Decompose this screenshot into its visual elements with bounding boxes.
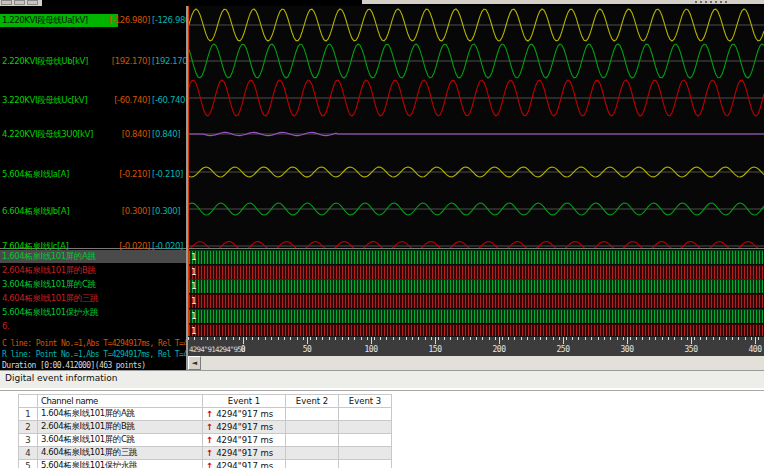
digital-channel-label[interactable]: 2.604柘泉Ⅰ线101屏的B跳 bbox=[0, 264, 186, 277]
event-time: 4294"917 ms bbox=[216, 461, 273, 468]
channel-name-cell: 3.604柘泉Ⅰ线101屏的C跳 bbox=[38, 434, 203, 447]
axis-minor-tick bbox=[630, 337, 631, 340]
row-number-cell: 3 bbox=[19, 434, 38, 447]
event-row[interactable]: 55.604柘泉Ⅰ线101保护永跳↑4294"917 ms bbox=[19, 460, 392, 468]
axis-minor-tick bbox=[751, 337, 752, 340]
status-c-line: C line: Point No.=1,Abs T=4294917ms, Rel… bbox=[2, 338, 186, 349]
axis-minor-tick bbox=[623, 337, 624, 340]
axis-tick-label: 50 bbox=[303, 345, 312, 354]
axis-minor-tick bbox=[559, 337, 560, 340]
event-table: Channel name Event 1 Event 2 Event 3 11.… bbox=[18, 394, 392, 468]
analog-channel-row[interactable]: 4.220KVⅠ段母线3U0[kV][0.840][0.840] bbox=[0, 128, 186, 141]
axis-minor-tick bbox=[233, 337, 234, 340]
axis-minor-tick bbox=[758, 337, 759, 340]
axis-major-tick bbox=[307, 337, 308, 344]
axis-minor-tick bbox=[412, 337, 413, 340]
axis-minor-tick bbox=[297, 337, 298, 340]
axis-minor-tick bbox=[681, 337, 682, 340]
row-number-cell: 5 bbox=[19, 460, 38, 468]
axis-minor-tick bbox=[514, 337, 515, 340]
axis-minor-tick bbox=[380, 337, 381, 340]
axis-minor-tick bbox=[316, 337, 317, 340]
event3-cell bbox=[339, 434, 392, 447]
axis-minor-tick bbox=[406, 337, 407, 340]
horizontal-scrollbar[interactable]: ◄ bbox=[188, 356, 764, 370]
digital-channel-label[interactable]: 5.604柘泉Ⅰ线101保护永跳 bbox=[0, 306, 186, 319]
status-r-line: R line: Point No.=1,Abs T=4294917ms, Rel… bbox=[2, 349, 186, 360]
event-row[interactable]: 11.604柘泉Ⅰ线101屏的A跳↑4294"917 ms bbox=[19, 408, 392, 421]
axis-minor-tick bbox=[463, 337, 464, 340]
toolbar-button[interactable] bbox=[14, 0, 25, 5]
axis-minor-tick bbox=[265, 337, 266, 340]
channel-name: 1.220KVⅠ段母线Ua[kV] bbox=[2, 14, 112, 27]
event-title-strip: Digital event information bbox=[0, 371, 764, 388]
event3-cell bbox=[339, 408, 392, 421]
axis-minor-tick bbox=[438, 337, 439, 340]
digital-channel-label[interactable]: 6. bbox=[0, 320, 186, 333]
analog-channel-row[interactable]: 3.220KVⅠ段母线Uc[kV][-60.740][-60.740] bbox=[0, 94, 186, 107]
channel-name-cell: 4.604柘泉Ⅰ线101屏的三跳 bbox=[38, 447, 203, 460]
axis-minor-tick bbox=[220, 337, 221, 340]
axis-major-tick bbox=[627, 337, 628, 344]
cursor-line[interactable] bbox=[188, 6, 189, 336]
event2-cell bbox=[286, 421, 339, 434]
event2-cell bbox=[286, 460, 339, 468]
axis-tick-label: 250 bbox=[557, 345, 570, 354]
digital-channel-label[interactable]: 1.604柘泉Ⅰ线101屏的A跳 bbox=[0, 250, 186, 263]
row-number-cell: 4 bbox=[19, 447, 38, 460]
axis-tick-label: 400 bbox=[749, 345, 762, 354]
axis-minor-tick bbox=[553, 337, 554, 340]
axis-minor-tick bbox=[457, 337, 458, 340]
channel-c-value: [0.840] bbox=[108, 128, 150, 141]
axis-tick-label: 0 bbox=[241, 345, 245, 354]
waveform-area[interactable]: 111111 4294"914294"950 05010015020025030… bbox=[188, 6, 764, 370]
channel-r-value: [0.300] bbox=[152, 205, 186, 218]
column-header-channel: Channel name bbox=[38, 395, 203, 408]
axis-minor-tick bbox=[636, 337, 637, 340]
channel-name-cell: 1.604柘泉Ⅰ线101屏的A跳 bbox=[38, 408, 203, 421]
scroll-left-button[interactable]: ◄ bbox=[188, 356, 201, 370]
axis-minor-tick bbox=[706, 337, 707, 340]
axis-minor-tick bbox=[534, 337, 535, 340]
axis-minor-tick bbox=[668, 337, 669, 340]
axis-minor-tick bbox=[476, 337, 477, 340]
event3-cell bbox=[339, 447, 392, 460]
digital-channel-label[interactable]: 3.604柘泉Ⅰ线101屏的C跳 bbox=[0, 278, 186, 291]
digital-bar-state: 1 bbox=[191, 310, 196, 323]
toolbar-button[interactable] bbox=[1, 0, 12, 5]
event-row[interactable]: 44.604柘泉Ⅰ线101屏的三跳↑4294"917 ms bbox=[19, 447, 392, 460]
channel-c-value: [-60.740] bbox=[108, 94, 150, 107]
axis-minor-tick bbox=[700, 337, 701, 340]
axis-major-tick bbox=[435, 337, 436, 344]
axis-minor-tick bbox=[726, 337, 727, 340]
analog-digital-divider bbox=[188, 248, 764, 249]
axis-minor-tick bbox=[444, 337, 445, 340]
axis-minor-tick bbox=[610, 337, 611, 340]
toolbar-button[interactable] bbox=[27, 0, 38, 5]
axis-minor-tick bbox=[201, 337, 202, 340]
waveform-canvas[interactable] bbox=[188, 6, 764, 248]
axis-minor-tick bbox=[489, 337, 490, 340]
axis-minor-tick bbox=[386, 337, 387, 340]
axis-minor-tick bbox=[252, 337, 253, 340]
analog-channel-row[interactable]: 5.604柘泉Ⅰ线Ia[A][-0.210][-0.210] bbox=[0, 168, 186, 181]
event-row[interactable]: 22.604柘泉Ⅰ线101屏的B跳↑4294"917 ms bbox=[19, 421, 392, 434]
axis-minor-tick bbox=[495, 337, 496, 340]
axis-minor-tick bbox=[226, 337, 227, 340]
scrollbar-track[interactable] bbox=[201, 356, 764, 370]
axis-minor-tick bbox=[348, 337, 349, 340]
channel-r-value: [192.170] bbox=[152, 55, 186, 68]
event-rise-icon: ↑ bbox=[206, 422, 213, 432]
analog-channel-row[interactable]: 2.220KVⅠ段母线Ub[kV][192.170][192.170] bbox=[0, 55, 186, 68]
event-row[interactable]: 33.604柘泉Ⅰ线101屏的C跳↑4294"917 ms bbox=[19, 434, 392, 447]
section-separator bbox=[0, 390, 764, 391]
event2-cell bbox=[286, 434, 339, 447]
analog-channel-row[interactable]: 1.220KVⅠ段母线Ua[kV][-126.980][-126.980] bbox=[0, 14, 186, 27]
digital-channel-label[interactable]: 4.604柘泉Ⅰ线101屏的三跳 bbox=[0, 292, 186, 305]
event2-cell bbox=[286, 408, 339, 421]
channel-r-value: [-60.740] bbox=[152, 94, 186, 107]
analog-channel-row[interactable]: 6.604柘泉Ⅰ线Ib[A][0.300][0.300] bbox=[0, 205, 186, 218]
channel-r-value: [0.840] bbox=[152, 128, 186, 141]
axis-minor-tick bbox=[450, 337, 451, 340]
analog-waveform bbox=[188, 132, 764, 135]
